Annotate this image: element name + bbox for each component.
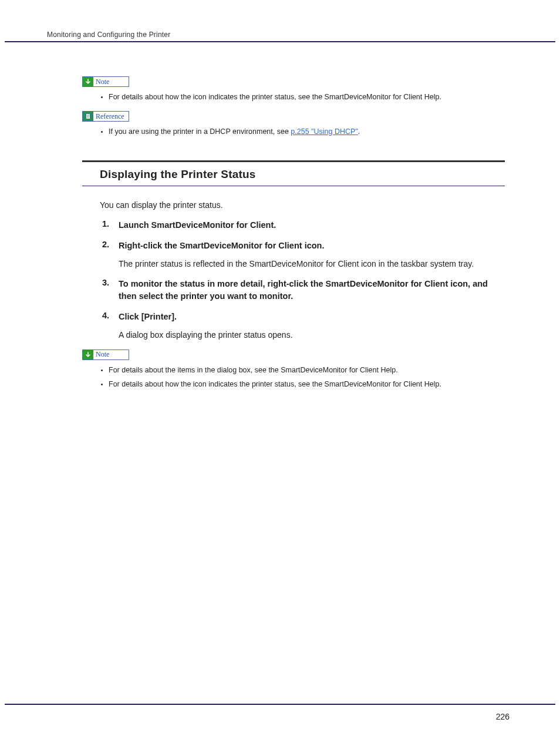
section-title: Displaying the Printer Status: [100, 168, 505, 181]
running-header: Monitoring and Configuring the Printer: [47, 31, 170, 39]
step-sub: The printer status is reflected in the S…: [119, 258, 505, 270]
note-callout: Note: [82, 76, 129, 87]
page-icon: [83, 112, 93, 121]
step-head: Launch SmartDeviceMonitor for Client.: [119, 219, 505, 231]
reference-list: If you are using the printer in a DHCP e…: [82, 126, 505, 137]
reference-text-prefix: If you are using the printer in a DHCP e…: [109, 127, 291, 136]
step-sub: A dialog box displaying the printer stat…: [119, 329, 505, 341]
reference-item: If you are using the printer in a DHCP e…: [109, 126, 505, 137]
step-2: Right-click the SmartDeviceMonitor for C…: [102, 240, 505, 270]
reference-text-suffix: .: [358, 127, 360, 136]
section-rule-top: [82, 160, 505, 162]
page-number: 226: [496, 712, 510, 721]
down-arrow-icon: [83, 350, 93, 359]
note-label: Note: [93, 350, 129, 359]
step-head: Right-click the SmartDeviceMonitor for C…: [119, 240, 505, 252]
step-4: Click [Printer]. A dialog box displaying…: [102, 311, 505, 341]
header-rule: [5, 41, 555, 42]
note-item: For details about the items in the dialo…: [109, 364, 505, 376]
section-intro: You can display the printer status.: [100, 200, 505, 210]
reference-link[interactable]: p.255 "Using DHCP": [291, 127, 357, 136]
note-label: Note: [93, 77, 129, 86]
step-1: Launch SmartDeviceMonitor for Client.: [102, 219, 505, 231]
footer-rule: [5, 704, 555, 705]
reference-callout: Reference: [82, 111, 129, 122]
section-rule-bottom: [82, 186, 505, 186]
reference-label: Reference: [93, 112, 129, 121]
note-list-1: For details about how the icon indicates…: [82, 91, 505, 103]
note-callout: Note: [82, 350, 129, 360]
down-arrow-icon: [83, 77, 93, 86]
note-list-2: For details about the items in the dialo…: [82, 364, 505, 390]
step-head: To monitor the status in more detail, ri…: [119, 278, 505, 303]
note-item: For details about how the icon indicates…: [109, 378, 505, 390]
steps-list: Launch SmartDeviceMonitor for Client. Ri…: [102, 219, 505, 341]
step-head: Click [Printer].: [119, 311, 505, 323]
step-3: To monitor the status in more detail, ri…: [102, 278, 505, 303]
note-item: For details about how the icon indicates…: [109, 91, 505, 103]
